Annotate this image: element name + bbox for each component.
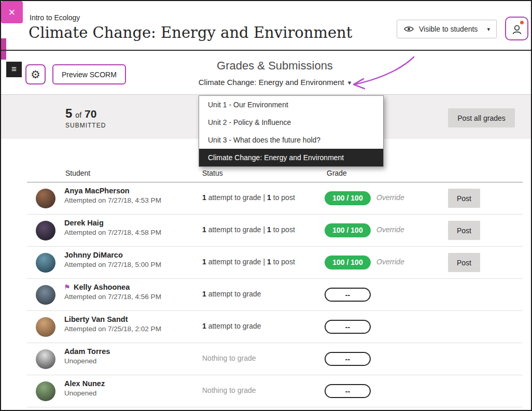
attempt-detail: Attempted on 7/25/18, 2:02 PM: [64, 325, 161, 333]
post-all-grades-button[interactable]: Post all grades: [448, 108, 515, 127]
grade-pill[interactable]: --: [325, 288, 371, 302]
course-label: Intro to Ecology: [30, 13, 80, 22]
dropdown-item-unit3[interactable]: Unit 3 - What does the future hold?: [199, 131, 383, 149]
status-text: 1 attempt to grade: [202, 322, 261, 330]
profile-icon: [506, 23, 527, 36]
grade-pill[interactable]: 100 / 100: [325, 191, 371, 205]
column-header-student: Student: [65, 169, 90, 177]
submitted-number: 5: [65, 106, 72, 121]
grade-pill[interactable]: --: [325, 320, 371, 334]
close-icon[interactable]: ×: [1, 1, 23, 23]
submitted-count: 5 of 70: [65, 106, 96, 121]
dropdown-item-unit1[interactable]: Unit 1 - Our Environment: [199, 96, 383, 114]
table-row[interactable]: Anya MacPherson Attempted on 7/27/18, 4:…: [1, 182, 532, 215]
attempt-detail: Attempted on 7/27/18, 4:58 PM: [64, 229, 161, 236]
selector-value: Climate Change: Energy and Environment: [199, 78, 344, 87]
table-row[interactable]: Adam Torres Unopened Nothing to grade --: [1, 343, 532, 375]
flag-icon: ⚑: [64, 283, 71, 291]
table-row[interactable]: ⚑ Kelly Ashoonea Attempted on 7/27/18, 4…: [1, 279, 532, 311]
header-divider: [1, 50, 532, 51]
student-name: Kelly Ashoonea: [74, 283, 130, 291]
avatar: [36, 381, 55, 401]
attempt-detail: Attempted on 7/27/18, 4:53 PM: [64, 196, 161, 204]
grade-pill[interactable]: --: [325, 384, 371, 398]
grades-submissions-page: × ≡ Intro to Ecology Climate Change: Ene…: [0, 0, 532, 411]
status-text: 1 attempt to grade | 1 to post: [202, 225, 295, 234]
caret-down-icon: ▾: [348, 79, 352, 87]
menu-icon[interactable]: ≡: [6, 62, 22, 77]
visibility-label: Visible to students: [419, 25, 478, 33]
submitted-label: SUBMITTED: [65, 122, 106, 129]
gear-icon[interactable]: ⚙: [25, 64, 46, 84]
status-text: 1 attempt to grade | 1 to post: [202, 193, 295, 202]
table-row[interactable]: Johnny DiMarco Attempted on 7/27/18, 5:0…: [1, 247, 532, 279]
dropdown-item-unit2[interactable]: Unit 2 - Policy & Influence: [199, 114, 383, 131]
eye-icon: [403, 25, 414, 33]
student-name: Liberty Van Sandt: [64, 315, 128, 323]
grade-pill[interactable]: --: [325, 352, 371, 366]
avatar: [36, 253, 55, 273]
avatar: [36, 285, 55, 305]
student-name: Alex Nunez: [64, 379, 105, 388]
chevron-down-icon: ▾: [487, 26, 490, 33]
override-label: Override: [376, 225, 404, 234]
status-text: 1 attempt to grade: [202, 290, 261, 298]
page-title: Climate Change: Energy and Environment: [29, 24, 352, 41]
profile-button[interactable]: [505, 17, 528, 40]
attempt-detail: Unopened: [64, 389, 96, 397]
table-row[interactable]: Derek Haig Attempted on 7/27/18, 4:58 PM…: [1, 215, 532, 247]
column-header-grade: Grade: [327, 169, 347, 177]
override-label: Override: [376, 193, 404, 202]
attempt-detail: Attempted on 7/27/18, 5:00 PM: [64, 261, 161, 268]
visibility-button[interactable]: Visible to students ▾: [397, 20, 497, 38]
avatar: [36, 189, 55, 208]
post-button[interactable]: Post: [448, 253, 480, 272]
override-label: Override: [376, 258, 404, 266]
student-name: Anya MacPherson: [64, 187, 130, 195]
total-number: 70: [85, 108, 96, 120]
student-name: Johnny DiMarco: [64, 251, 123, 259]
content-dropdown-menu: Unit 1 - Our Environment Unit 2 - Policy…: [199, 95, 384, 167]
attempt-detail: Attempted on 7/27/18, 4:56 PM: [64, 293, 161, 301]
column-header-status: Status: [202, 169, 223, 177]
student-name: Adam Torres: [64, 347, 110, 356]
preview-scorm-button[interactable]: Preview SCORM: [52, 64, 126, 84]
grade-pill[interactable]: 100 / 100: [325, 256, 371, 270]
post-button[interactable]: Post: [448, 221, 480, 240]
dropdown-item-selected[interactable]: Climate Change: Energy and Environment: [199, 149, 383, 166]
status-text: Nothing to grade: [202, 354, 256, 362]
avatar: [36, 317, 55, 337]
attempt-detail: Unopened: [64, 357, 96, 365]
row-divider: [27, 407, 523, 407]
table-row[interactable]: Alex Nunez Unopened Nothing to grade --: [1, 375, 532, 407]
notification-dot: [520, 21, 524, 24]
status-text: 1 attempt to grade | 1 to post: [202, 258, 295, 266]
student-name: Derek Haig: [64, 219, 104, 227]
grade-pill[interactable]: 100 / 100: [325, 223, 371, 237]
table-row[interactable]: Liberty Van Sandt Attempted on 7/25/18, …: [1, 311, 532, 343]
avatar: [36, 349, 55, 369]
status-text: Nothing to grade: [202, 386, 256, 394]
post-button[interactable]: Post: [448, 189, 480, 208]
avatar: [36, 221, 55, 240]
panel-edge: [1, 38, 6, 60]
